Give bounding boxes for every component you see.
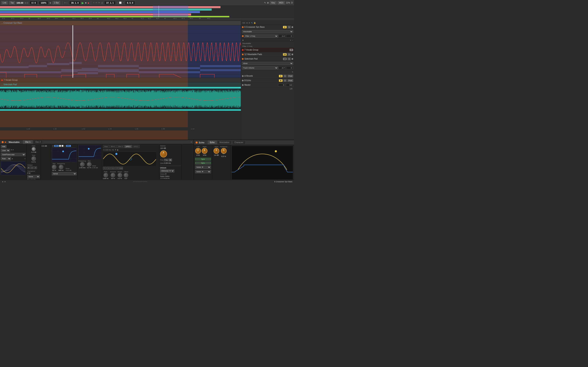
minus-btn[interactable]: −: [292, 39, 293, 42]
osc1-tab[interactable]: Osc 1: [23, 140, 33, 144]
res2-knob[interactable]: [87, 162, 91, 167]
tone-label: Tone: [32, 154, 35, 156]
wt-waveform-display: [1, 161, 25, 175]
env3-tab[interactable]: Env 3: [117, 145, 124, 148]
echo-viz-section: Filter HP 81.8 Hz Res 0.03 LP 20.0 kHz R…: [231, 145, 294, 184]
sync-left-btn[interactable]: Sync: [195, 158, 211, 160]
gain-knob-container: Gain C -5.4 dB: [27, 145, 40, 153]
stop-button[interactable]: ■: [85, 2, 86, 4]
tap-button[interactable]: Tap: [9, 1, 15, 4]
sidechain-pad-clip[interactable]: [0, 87, 241, 111]
mixer-select[interactable]: Mixer: [242, 62, 293, 65]
filter1-val2: C: [286, 35, 293, 38]
osc2-tab[interactable]: Osc 2: [33, 140, 43, 144]
none-select[interactable]: None: [27, 175, 40, 178]
s-button-reverb[interactable]: S: [283, 75, 287, 77]
midi-button[interactable]: MIDI: [278, 1, 285, 4]
user-select[interactable]: User: [1, 149, 10, 152]
echo-left-knob[interactable]: [195, 148, 201, 154]
lfo2-tab[interactable]: LFO 2: [132, 145, 140, 148]
poly-btn[interactable]: Poly: [164, 159, 169, 161]
plus-btn[interactable]: +: [290, 39, 291, 42]
filter1-select[interactable]: Filter 1 Freq: [244, 34, 278, 38]
wavetable-select[interactable]: Wavetable: [242, 30, 293, 33]
s-button-crossover[interactable]: S: [287, 26, 291, 29]
nav-left[interactable]: ◄: [246, 22, 248, 24]
filter1-led: [242, 35, 243, 37]
freq1-knob[interactable]: [59, 165, 63, 169]
status-prev[interactable]: ◄: [2, 181, 3, 183]
post-button-reverb[interactable]: Post: [287, 75, 293, 77]
lfo-sine-btn[interactable]: ∿: [103, 167, 107, 170]
lfo-tri-btn[interactable]: /\: [107, 167, 111, 170]
gain-db: -5.4 dB: [31, 151, 36, 153]
track-area[interactable]: ... Crossover Syn Bass 7 Vocals Group ..…: [0, 21, 241, 140]
sub-tab[interactable]: Sub: [1, 145, 7, 148]
notes-r-select[interactable]: Notes ▼: [195, 170, 211, 173]
vocals-clip-bg: [0, 21, 188, 140]
wt-left-icon[interactable]: ◄: [11, 158, 13, 160]
shimmer-select[interactable]: Shimmer ▼: [160, 169, 174, 173]
add-button[interactable]: +→: [64, 1, 68, 4]
position-display[interactable]: 39. 1. 4: [69, 1, 80, 5]
character-tab-btn[interactable]: Character: [232, 141, 246, 144]
loop-button[interactable]: 1 Bar: [52, 1, 60, 4]
reverb-led: [242, 75, 243, 77]
down-arrow[interactable]: ▼: [242, 39, 244, 42]
voice-count-btn[interactable]: 8: [169, 159, 172, 161]
left-arrow-icon[interactable]: ◄: [10, 149, 12, 152]
filter1-controls: Res 53 % Frequency 688 Hz Drive 4.31 dB: [52, 163, 77, 171]
notes-l-select[interactable]: Notes ▼: [195, 166, 211, 169]
echo-tabs: Echo Modulation Character: [208, 141, 246, 144]
raw-select[interactable]: Raw: [1, 157, 11, 160]
lfo-saw-btn[interactable]: /|: [111, 167, 115, 170]
wt-menu-icon2[interactable]: ≡: [25, 158, 26, 160]
drive1-text: Drive: [66, 167, 71, 169]
pencil-icon3[interactable]: ✎: [251, 22, 253, 24]
sync-right-btn[interactable]: Sync: [195, 162, 211, 164]
status-dots: • • • • • • • • • • • • • •: [6, 181, 274, 183]
amp-tab[interactable]: Amp: [103, 145, 109, 148]
serial-select[interactable]: Serial: [52, 172, 77, 175]
key-button[interactable]: Key: [270, 1, 276, 4]
lfo-sample-btn[interactable]: S&H: [119, 167, 123, 170]
lfo-rate-knob[interactable]: [104, 173, 108, 177]
link-button[interactable]: Link: [1, 1, 8, 4]
lfo1-tab[interactable]: LFO 1: [124, 145, 132, 148]
octave-neg1[interactable]: -1: [30, 166, 33, 169]
lfo-square-btn[interactable]: ⊓: [115, 167, 119, 170]
post-button-echo[interactable]: Post: [287, 79, 293, 82]
tone-knob[interactable]: [31, 156, 36, 161]
arrangement-overview[interactable]: [0, 6, 294, 17]
status-next[interactable]: ►: [4, 181, 6, 183]
lfo-offset-knob[interactable]: [124, 173, 128, 177]
record-button[interactable]: ●: [87, 1, 89, 4]
s-button-echo[interactable]: S: [283, 79, 287, 82]
wt-menu-icon[interactable]: ≡: [191, 141, 192, 143]
lfo-shape-knob[interactable]: [118, 173, 122, 177]
right-arrow-icon[interactable]: ►: [12, 149, 14, 152]
s-button-wtpads[interactable]: S: [287, 53, 291, 56]
freq2-knob[interactable]: [80, 162, 85, 167]
echo-left-label: Left: [197, 146, 199, 148]
position-right[interactable]: 37. 1. 1: [104, 1, 116, 5]
modulation-tab-btn[interactable]: Modulation: [217, 141, 232, 144]
res1-knob[interactable]: [52, 165, 56, 169]
s-button-sidechain[interactable]: S: [287, 58, 291, 60]
octave-neg2[interactable]: -2: [34, 166, 37, 169]
lfo-amount-knob[interactable]: [111, 173, 115, 177]
play-button[interactable]: ▶: [82, 1, 84, 4]
sawphase-select[interactable]: SawPhase.wav: [1, 153, 26, 156]
nav-right[interactable]: ►: [249, 22, 250, 24]
volume-knob[interactable]: [160, 150, 167, 157]
env2-tab[interactable]: Env 2: [109, 145, 116, 148]
lock-icon[interactable]: 🔒: [254, 22, 256, 24]
input-knob[interactable]: [214, 148, 219, 154]
plus-icon[interactable]: +: [292, 71, 293, 73]
echo-right-knob[interactable]: [202, 148, 208, 154]
res1-knob-container: Res 53 %: [52, 163, 56, 171]
lfo-amount-label: Amount: [110, 171, 116, 173]
octave-val[interactable]: 0: [27, 166, 30, 169]
track-volume-select[interactable]: Track Volume: [242, 66, 278, 69]
echo-tab-btn[interactable]: Echo: [208, 141, 217, 144]
